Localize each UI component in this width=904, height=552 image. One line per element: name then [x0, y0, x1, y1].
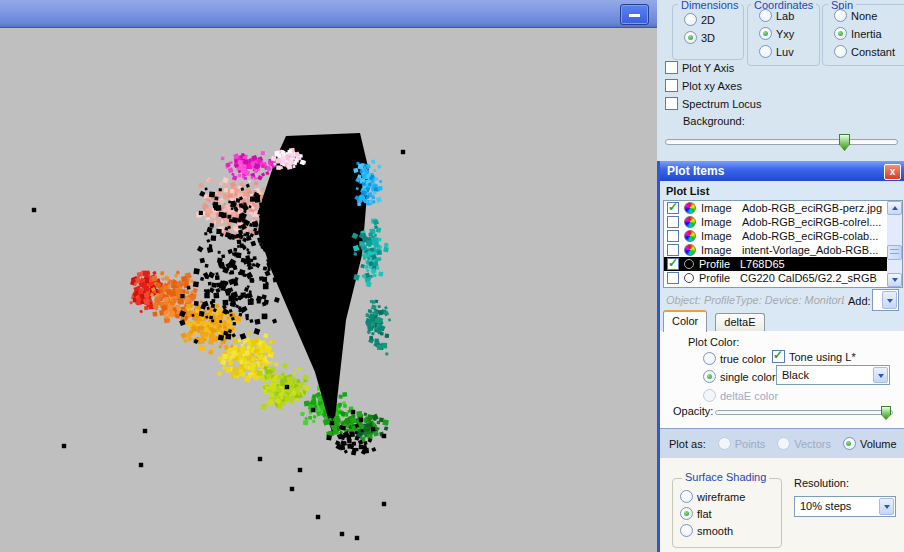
- scroll-down-button[interactable]: [887, 273, 902, 287]
- radio-icon: [759, 45, 772, 58]
- chevron-down-icon: [884, 505, 890, 509]
- view-checkbox-label: Plot xy Axes: [682, 80, 742, 92]
- coordinates-option-lab[interactable]: Lab: [759, 9, 794, 22]
- spin-label: Constant: [851, 46, 895, 58]
- surface-shading-option-flat[interactable]: flat: [680, 507, 745, 520]
- surface-shading-option-wireframe[interactable]: wireframe: [680, 490, 745, 503]
- radio-icon: [684, 13, 697, 26]
- close-button[interactable]: x: [884, 164, 901, 180]
- shading-section: Surface Shading wireframeflatsmooth Reso…: [660, 458, 904, 552]
- gamut-plot: [0, 28, 657, 552]
- window-titlebar[interactable]: [0, 0, 657, 28]
- single-color-value: Black: [782, 369, 809, 381]
- color-wheel-icon: [684, 244, 696, 256]
- plot-list-row[interactable]: ImageAdob-RGB_eciRGB-colab...: [664, 229, 902, 243]
- radio-icon: [703, 352, 716, 365]
- spin-option-none[interactable]: None: [834, 9, 895, 22]
- view-checkbox-label: Plot Y Axis: [682, 62, 734, 74]
- plot-list-row[interactable]: ProfileL768D65: [664, 257, 902, 271]
- plot-list-row[interactable]: ImageAdob-RGB_eciRGB-perz.jpg: [664, 201, 902, 215]
- surface-shading-option-smooth[interactable]: smooth: [680, 524, 745, 537]
- background-slider-thumb[interactable]: [839, 134, 850, 151]
- row-checkbox[interactable]: [667, 230, 679, 242]
- scroll-up-icon: [892, 206, 898, 210]
- row-name: Adob-RGB_eciRGB-colab...: [742, 230, 878, 242]
- resolution-label: Resolution:: [794, 477, 849, 489]
- plot-as-label: Vectors: [794, 438, 831, 450]
- dimensions-option-2d[interactable]: 2D: [684, 13, 715, 26]
- radio-icon: [680, 490, 693, 503]
- plot-items-title: Plot Items: [667, 164, 724, 178]
- resolution-value: 10% steps: [800, 500, 851, 512]
- row-type: Image: [701, 230, 737, 242]
- radio-icon: [834, 45, 847, 58]
- row-checkbox[interactable]: [667, 202, 679, 214]
- row-checkbox[interactable]: [667, 244, 679, 256]
- opacity-slider-thumb[interactable]: [881, 406, 891, 420]
- view-checkbox-spectrum-locus[interactable]: Spectrum Locus: [665, 97, 761, 110]
- add-label: Add:: [848, 295, 871, 307]
- coordinates-label: Lab: [776, 10, 794, 22]
- add-dropdown[interactable]: [872, 289, 899, 311]
- plot-list-row[interactable]: Imageintent-Vorlage_Adob-RGB...: [664, 243, 902, 257]
- coordinates-option-luv[interactable]: Luv: [759, 45, 794, 58]
- row-name: Adob-RGB_eciRGB-perz.jpg: [742, 202, 882, 214]
- checkbox-icon: [665, 79, 678, 92]
- tab-color[interactable]: Color: [663, 310, 707, 332]
- row-name: Adob-RGB_eciRGB-colrel....: [742, 216, 881, 228]
- scrollbar-thumb[interactable]: [887, 245, 902, 260]
- radio-icon: [684, 31, 697, 44]
- scrollbar-grip-icon: [890, 249, 899, 254]
- plot-items-titlebar[interactable]: Plot Items x: [660, 161, 904, 181]
- single-color-dropdown[interactable]: Black: [776, 365, 890, 385]
- spin-option-inertia[interactable]: Inertia: [834, 27, 895, 40]
- view-checkbox-plot-y-axis[interactable]: Plot Y Axis: [665, 61, 761, 74]
- minimize-button[interactable]: [620, 4, 649, 25]
- plot-list[interactable]: ImageAdob-RGB_eciRGB-perz.jpgImageAdob-R…: [663, 200, 903, 288]
- radio-icon: [834, 27, 847, 40]
- close-icon: x: [890, 166, 896, 177]
- true-color-option[interactable]: true color: [703, 352, 766, 365]
- color-wheel-icon: [684, 202, 696, 214]
- row-checkbox[interactable]: [667, 272, 679, 284]
- row-type: Image: [701, 202, 737, 214]
- plot-as-option-volume[interactable]: Volume: [843, 437, 897, 450]
- plot-list-row[interactable]: ProfileCG220 CalD65/G2.2_sRGB: [664, 271, 902, 285]
- gamut-3d-viewport[interactable]: [0, 28, 657, 552]
- opacity-slider[interactable]: [715, 410, 893, 415]
- chevron-down-icon: [878, 374, 884, 378]
- plot-as-label: Points: [735, 438, 766, 450]
- resolution-dropdown[interactable]: 10% steps: [794, 496, 896, 517]
- spin-option-constant[interactable]: Constant: [834, 45, 895, 58]
- minimize-icon: [629, 14, 640, 17]
- checkbox-icon: [665, 61, 678, 74]
- tone-using-l-checkbox[interactable]: Tone using L*: [772, 350, 856, 363]
- view-checkbox-label: Spectrum Locus: [682, 98, 761, 110]
- coordinates-option-yxy[interactable]: Yxy: [759, 27, 794, 40]
- background-slider[interactable]: [665, 139, 898, 145]
- deltae-color-option[interactable]: deltaE color: [703, 389, 778, 402]
- plot-as-option-vectors[interactable]: Vectors: [777, 437, 831, 450]
- color-wheel-icon: [684, 230, 696, 242]
- row-checkbox[interactable]: [667, 216, 679, 228]
- plot-list-row[interactable]: ImageAdob-RGB_eciRGB-colrel....: [664, 215, 902, 229]
- scroll-up-button[interactable]: [887, 201, 902, 215]
- tab-deltae-colors[interactable]: deltaE Colors: [715, 313, 765, 332]
- plot-list-scrollbar[interactable]: [887, 201, 902, 287]
- view-checkbox-plot-xy-axes[interactable]: Plot xy Axes: [665, 79, 761, 92]
- chevron-down-icon: [887, 299, 893, 303]
- dimensions-option-3d[interactable]: 3D: [684, 31, 715, 44]
- opacity-label: Opacity:: [673, 405, 713, 417]
- plot-items-window: Plot Items x Plot List ImageAdob-RGB_eci…: [657, 161, 904, 552]
- plot-list-label: Plot List: [666, 185, 709, 197]
- row-checkbox[interactable]: [667, 258, 679, 270]
- surface-shading-label: wireframe: [697, 491, 745, 503]
- plot-color-label: Plot Color:: [688, 336, 739, 348]
- profile-circle-icon: [684, 259, 694, 269]
- spin-label: None: [851, 10, 877, 22]
- plot-as-option-points[interactable]: Points: [718, 437, 766, 450]
- radio-icon: [759, 27, 772, 40]
- checkbox-icon: [772, 350, 785, 363]
- single-color-option[interactable]: single color:: [703, 370, 779, 383]
- spin-label: Inertia: [851, 28, 882, 40]
